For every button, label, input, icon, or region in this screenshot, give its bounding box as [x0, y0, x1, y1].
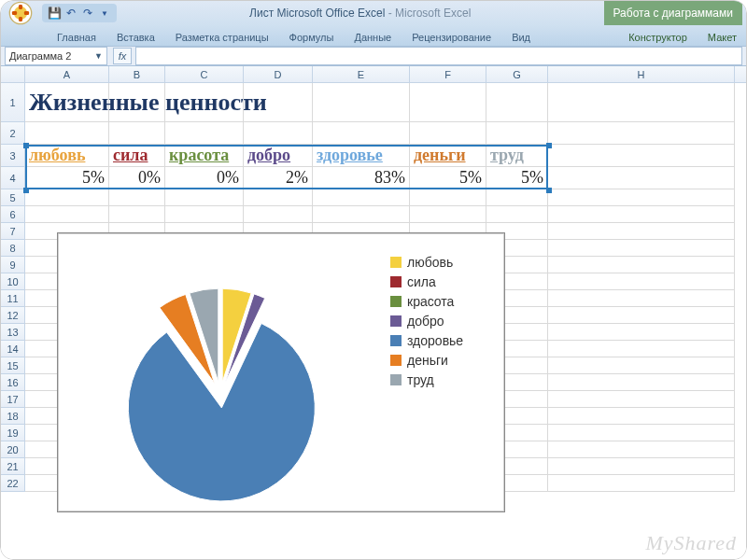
legend-item[interactable]: здоровье [390, 333, 497, 348]
cell[interactable] [548, 257, 735, 273]
cell[interactable] [548, 374, 735, 391]
cell[interactable] [548, 458, 735, 475]
value-cell[interactable]: 83% [313, 167, 410, 189]
col-header[interactable]: C [165, 66, 244, 82]
cell[interactable] [410, 189, 486, 206]
cell[interactable] [548, 122, 735, 145]
cell[interactable] [548, 240, 735, 257]
selection-handle[interactable] [23, 143, 29, 148]
cell[interactable] [313, 189, 410, 206]
category-header[interactable]: сила [109, 145, 165, 167]
cell[interactable] [244, 189, 313, 206]
legend-item[interactable]: труд [390, 372, 497, 387]
value-cell[interactable]: 5% [486, 167, 548, 189]
save-icon[interactable]: 💾 [48, 7, 61, 20]
legend-item[interactable]: любовь [390, 255, 497, 270]
cell[interactable] [165, 122, 244, 145]
cell[interactable] [548, 290, 735, 307]
office-button[interactable] [5, 1, 36, 25]
row-header[interactable]: 13 [1, 324, 25, 341]
cell[interactable] [548, 167, 735, 189]
row-header[interactable]: 22 [1, 475, 25, 492]
category-header[interactable]: добро [244, 145, 313, 167]
col-header[interactable]: H [548, 66, 735, 82]
cell[interactable] [548, 441, 735, 458]
row-header[interactable]: 8 [1, 240, 25, 257]
row-header[interactable]: 21 [1, 458, 25, 475]
tab-data[interactable]: Данные [345, 29, 401, 46]
row-header[interactable]: 10 [1, 273, 25, 290]
select-all-corner[interactable] [1, 66, 25, 82]
tab-home[interactable]: Главная [48, 29, 106, 46]
cell[interactable] [25, 122, 109, 145]
redo-icon[interactable]: ↷ [81, 7, 94, 20]
col-header[interactable]: G [486, 66, 548, 82]
row-header[interactable]: 17 [1, 391, 25, 408]
cell[interactable] [25, 206, 109, 223]
cell[interactable] [410, 122, 486, 145]
row-header[interactable]: 16 [1, 374, 25, 391]
cell[interactable] [548, 189, 735, 206]
row-header[interactable]: 18 [1, 408, 25, 425]
value-cell[interactable]: 5% [410, 167, 486, 189]
cell[interactable] [486, 83, 548, 122]
cell[interactable] [410, 206, 486, 223]
legend-item[interactable]: деньги [390, 353, 497, 368]
cell[interactable] [244, 122, 313, 145]
cell[interactable] [313, 122, 410, 145]
category-header[interactable]: труд [486, 145, 548, 167]
col-header[interactable]: B [109, 66, 165, 82]
category-header[interactable]: деньги [410, 145, 486, 167]
category-header[interactable]: любовь [25, 145, 109, 167]
col-header[interactable]: F [410, 66, 486, 82]
cell[interactable] [548, 273, 735, 290]
cell[interactable] [548, 145, 735, 167]
tab-layout[interactable]: Макет [698, 29, 746, 46]
cell[interactable] [548, 83, 735, 122]
row-header[interactable]: 11 [1, 290, 25, 307]
row-header[interactable]: 3 [1, 145, 25, 167]
chart-legend[interactable]: любовьсилакрасотадоброздоровьеденьгитруд [383, 233, 504, 511]
category-header[interactable]: здоровье [313, 145, 410, 167]
row-header[interactable]: 4 [1, 167, 25, 189]
tab-view[interactable]: Вид [502, 29, 540, 46]
fx-button[interactable]: fx [113, 48, 132, 64]
row-header[interactable]: 7 [1, 223, 25, 240]
row-header[interactable]: 5 [1, 189, 25, 206]
legend-item[interactable]: красота [390, 294, 497, 309]
cell[interactable] [244, 206, 313, 223]
row-header[interactable]: 20 [1, 441, 25, 458]
col-header[interactable]: D [244, 66, 313, 82]
row-header[interactable]: 6 [1, 206, 25, 223]
cell[interactable] [548, 324, 735, 341]
col-header[interactable]: A [25, 66, 109, 82]
cell[interactable] [548, 357, 735, 374]
cell[interactable] [548, 223, 735, 240]
tab-formulas[interactable]: Формулы [280, 29, 344, 46]
cell[interactable] [109, 122, 165, 145]
cell[interactable] [109, 83, 165, 122]
cell[interactable] [548, 206, 735, 223]
row-header[interactable]: 1 [1, 83, 25, 122]
tab-insert[interactable]: Вставка [107, 29, 164, 46]
name-box[interactable]: Диаграмма 2 ▼ [5, 47, 107, 65]
col-header[interactable]: E [313, 66, 410, 82]
row-header[interactable]: 12 [1, 307, 25, 324]
cell[interactable] [548, 425, 735, 441]
cell[interactable] [313, 83, 410, 122]
tab-page-layout[interactable]: Разметка страницы [166, 29, 278, 46]
cell[interactable] [165, 189, 244, 206]
value-cell[interactable]: 5% [25, 167, 109, 189]
cell[interactable] [548, 408, 735, 425]
cell[interactable] [548, 307, 735, 324]
cell[interactable] [244, 83, 313, 122]
worksheet-grid[interactable]: A B C D E F G H 1Жизненные ценности23люб… [1, 66, 746, 560]
cell[interactable] [25, 189, 109, 206]
row-header[interactable]: 14 [1, 341, 25, 357]
row-header[interactable]: 19 [1, 425, 25, 441]
value-cell[interactable]: 2% [244, 167, 313, 189]
tab-review[interactable]: Рецензирование [402, 29, 500, 46]
value-cell[interactable]: 0% [109, 167, 165, 189]
row-header[interactable]: 9 [1, 257, 25, 273]
qat-dropdown-icon[interactable]: ▼ [98, 7, 111, 20]
